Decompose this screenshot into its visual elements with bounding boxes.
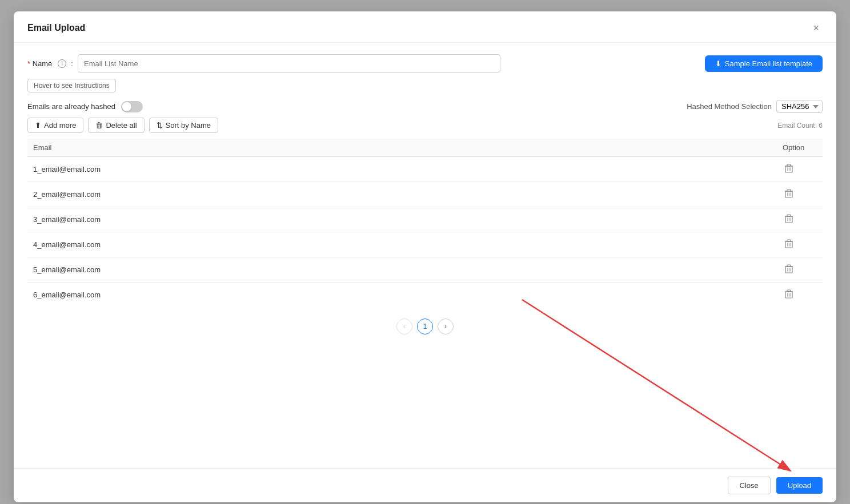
delete-row-button[interactable] [783, 238, 795, 251]
hashed-method-select[interactable]: SHA256 MD5 SHA1 [776, 100, 823, 113]
delete-row-button[interactable] [783, 188, 795, 201]
action-row: ⬆ Add more 🗑 Delete all ⇅ Sort by Name E… [27, 118, 823, 133]
modal-title: Email Upload [27, 23, 85, 33]
option-cell [777, 157, 823, 182]
svg-rect-5 [785, 191, 792, 197]
option-cell [777, 207, 823, 232]
delete-all-button[interactable]: 🗑 Delete all [88, 118, 144, 133]
delete-all-icon: 🗑 [95, 121, 103, 130]
svg-rect-25 [785, 292, 792, 298]
email-upload-modal: Email Upload × * Name i : ⬇ Sample Email… [14, 11, 836, 502]
svg-rect-4 [787, 164, 791, 166]
table-row: 1_email@email.com [27, 157, 823, 182]
col-email: Email [27, 139, 777, 157]
name-label: * Name [27, 59, 52, 68]
delete-all-label: Delete all [106, 121, 137, 130]
hashed-toggle[interactable] [121, 101, 143, 112]
hashed-method-label: Hashed Method Selection [687, 102, 772, 111]
modal-body: * Name i : ⬇ Sample Email list template … [14, 43, 836, 468]
modal-footer: Close Upload [14, 468, 836, 502]
option-cell [777, 232, 823, 257]
email-tbody: 1_email@email.com 2_email@email.com [27, 157, 823, 308]
add-more-button[interactable]: ⬆ Add more [27, 118, 83, 133]
hover-hint-text: Hover to see Instructions [27, 79, 116, 92]
required-star: * [27, 59, 33, 68]
table-row: 6_email@email.com [27, 283, 823, 308]
table-row: 5_email@email.com [27, 257, 823, 283]
option-cell [777, 257, 823, 283]
delete-row-button[interactable] [783, 213, 795, 226]
svg-rect-14 [787, 215, 791, 216]
option-cell [777, 283, 823, 308]
email-table: Email Option 1_email@email.com [27, 139, 823, 307]
delete-row-button[interactable] [783, 288, 795, 301]
name-input[interactable] [78, 54, 500, 72]
upload-button[interactable]: Upload [776, 477, 823, 494]
svg-rect-19 [787, 240, 791, 241]
close-icon[interactable]: × [809, 22, 823, 34]
name-colon: : [71, 59, 73, 68]
close-button[interactable]: Close [728, 477, 771, 494]
table-row: 3_email@email.com [27, 207, 823, 232]
email-count: Email Count: 6 [777, 122, 823, 130]
info-icon[interactable]: i [58, 59, 66, 68]
toggle-wrap: Emails are already hashed [27, 101, 143, 112]
add-more-icon: ⬆ [35, 121, 41, 130]
svg-rect-15 [785, 241, 792, 248]
email-cell: 3_email@email.com [27, 207, 777, 232]
svg-rect-10 [785, 216, 792, 223]
name-field: * Name i : [27, 54, 500, 72]
option-cell [777, 182, 823, 207]
download-icon: ⬇ [715, 59, 721, 68]
delete-row-button[interactable] [783, 263, 795, 276]
top-row: * Name i : ⬇ Sample Email list template [27, 54, 823, 72]
svg-rect-20 [785, 267, 792, 273]
sample-email-list-button[interactable]: ⬇ Sample Email list template [705, 55, 823, 72]
pagination-page-1[interactable]: 1 [417, 318, 433, 334]
add-more-label: Add more [44, 121, 76, 130]
pagination: ‹ 1 › [27, 307, 823, 341]
svg-rect-9 [787, 189, 791, 191]
hover-hint: Hover to see Instructions [27, 80, 823, 90]
sample-btn-label: Sample Email list template [725, 59, 812, 68]
modal-header: Email Upload × [14, 11, 836, 43]
svg-rect-0 [785, 166, 792, 172]
sort-by-name-button[interactable]: ⇅ Sort by Name [149, 118, 218, 133]
table-header-row: Email Option [27, 139, 823, 157]
pagination-next[interactable]: › [438, 318, 454, 334]
svg-rect-29 [787, 290, 791, 292]
email-cell: 2_email@email.com [27, 182, 777, 207]
hashed-toggle-label: Emails are already hashed [27, 102, 115, 111]
sort-by-name-label: Sort by Name [166, 121, 211, 130]
delete-row-button[interactable] [783, 163, 795, 176]
options-row: Emails are already hashed Hashed Method … [27, 100, 823, 113]
svg-rect-24 [787, 265, 791, 267]
sort-icon: ⇅ [157, 121, 163, 130]
email-cell: 5_email@email.com [27, 257, 777, 283]
table-row: 2_email@email.com [27, 182, 823, 207]
hashed-method-wrap: Hashed Method Selection SHA256 MD5 SHA1 [687, 100, 823, 113]
email-cell: 4_email@email.com [27, 232, 777, 257]
pagination-prev[interactable]: ‹ [396, 318, 412, 334]
email-cell: 6_email@email.com [27, 283, 777, 308]
email-cell: 1_email@email.com [27, 157, 777, 182]
col-option: Option [777, 139, 823, 157]
table-row: 4_email@email.com [27, 232, 823, 257]
toggle-knob [122, 102, 131, 111]
